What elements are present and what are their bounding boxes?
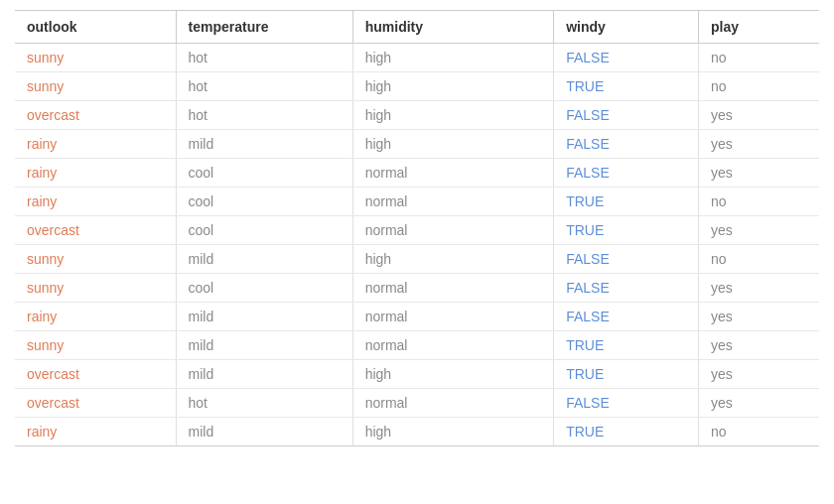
- table-row: sunnymildnormalTRUEyes: [15, 331, 819, 360]
- cell-temperature: mild: [176, 418, 352, 446]
- cell-windy: TRUE: [554, 188, 699, 216]
- cell-play: no: [698, 245, 819, 274]
- cell-humidity: normal: [352, 389, 554, 418]
- cell-windy: TRUE: [554, 331, 699, 360]
- cell-play: no: [698, 418, 819, 446]
- cell-humidity: normal: [352, 188, 554, 216]
- cell-humidity: normal: [352, 216, 554, 245]
- cell-outlook: sunny: [15, 331, 176, 360]
- cell-windy: FALSE: [554, 130, 699, 159]
- header-outlook: outlook: [15, 11, 176, 44]
- cell-windy: TRUE: [554, 216, 699, 245]
- cell-temperature: mild: [176, 331, 352, 360]
- cell-humidity: high: [352, 72, 554, 101]
- cell-windy: TRUE: [554, 360, 699, 389]
- table-row: rainymildhighTRUEno: [15, 418, 819, 446]
- table-row: sunnymildhighFALSEno: [15, 245, 819, 274]
- cell-windy: FALSE: [554, 44, 699, 72]
- cell-play: no: [698, 72, 819, 101]
- cell-temperature: mild: [176, 360, 352, 389]
- cell-outlook: overcast: [15, 389, 176, 418]
- cell-windy: FALSE: [554, 245, 699, 274]
- cell-windy: TRUE: [554, 418, 699, 446]
- cell-humidity: normal: [352, 331, 554, 360]
- cell-temperature: mild: [176, 303, 352, 331]
- cell-humidity: normal: [352, 274, 554, 303]
- cell-humidity: high: [352, 130, 554, 159]
- cell-temperature: hot: [176, 44, 352, 72]
- cell-temperature: cool: [176, 274, 352, 303]
- cell-play: yes: [698, 159, 819, 188]
- table-row: overcasthothighFALSEyes: [15, 101, 819, 130]
- cell-humidity: normal: [352, 303, 554, 331]
- cell-humidity: normal: [352, 159, 554, 188]
- table-row: rainycoolnormalFALSEyes: [15, 159, 819, 188]
- table-row: sunnyhothighFALSEno: [15, 44, 819, 72]
- table-header-row: outlook temperature humidity windy play: [15, 11, 819, 44]
- cell-play: yes: [698, 101, 819, 130]
- cell-windy: FALSE: [554, 101, 699, 130]
- cell-outlook: sunny: [15, 245, 176, 274]
- cell-outlook: sunny: [15, 44, 176, 72]
- cell-play: no: [698, 44, 819, 72]
- cell-windy: FALSE: [554, 274, 699, 303]
- cell-play: yes: [698, 216, 819, 245]
- table-row: rainymildnormalFALSEyes: [15, 303, 819, 331]
- cell-temperature: hot: [176, 72, 352, 101]
- cell-outlook: sunny: [15, 274, 176, 303]
- cell-outlook: overcast: [15, 101, 176, 130]
- table-row: sunnyhothighTRUEno: [15, 72, 819, 101]
- table-row: overcastmildhighTRUEyes: [15, 360, 819, 389]
- cell-temperature: hot: [176, 389, 352, 418]
- cell-outlook: rainy: [15, 303, 176, 331]
- table-row: overcasthotnormalFALSEyes: [15, 389, 819, 418]
- cell-play: yes: [698, 389, 819, 418]
- cell-temperature: hot: [176, 101, 352, 130]
- cell-play: yes: [698, 303, 819, 331]
- cell-humidity: high: [352, 44, 554, 72]
- table-row: sunnycoolnormalFALSEyes: [15, 274, 819, 303]
- cell-windy: FALSE: [554, 389, 699, 418]
- cell-windy: TRUE: [554, 72, 699, 101]
- cell-outlook: rainy: [15, 418, 176, 446]
- header-play: play: [698, 11, 819, 44]
- cell-temperature: mild: [176, 130, 352, 159]
- cell-play: yes: [698, 130, 819, 159]
- cell-outlook: rainy: [15, 159, 176, 188]
- cell-windy: FALSE: [554, 303, 699, 331]
- cell-outlook: overcast: [15, 216, 176, 245]
- table-row: rainycoolnormalTRUEno: [15, 188, 819, 216]
- cell-outlook: rainy: [15, 130, 176, 159]
- cell-temperature: cool: [176, 216, 352, 245]
- cell-temperature: cool: [176, 188, 352, 216]
- table-row: rainymildhighFALSEyes: [15, 130, 819, 159]
- cell-outlook: rainy: [15, 188, 176, 216]
- header-humidity: humidity: [352, 11, 554, 44]
- table-container: outlook temperature humidity windy play …: [0, 0, 834, 504]
- header-temperature: temperature: [176, 11, 352, 44]
- cell-windy: FALSE: [554, 159, 699, 188]
- cell-humidity: high: [352, 245, 554, 274]
- cell-humidity: high: [352, 418, 554, 446]
- header-windy: windy: [554, 11, 699, 44]
- cell-outlook: sunny: [15, 72, 176, 101]
- cell-temperature: mild: [176, 245, 352, 274]
- table-row: overcastcoolnormalTRUEyes: [15, 216, 819, 245]
- cell-play: no: [698, 188, 819, 216]
- cell-play: yes: [698, 360, 819, 389]
- cell-play: yes: [698, 331, 819, 360]
- cell-humidity: high: [352, 101, 554, 130]
- cell-temperature: cool: [176, 159, 352, 188]
- cell-outlook: overcast: [15, 360, 176, 389]
- cell-play: yes: [698, 274, 819, 303]
- data-table: outlook temperature humidity windy play …: [15, 10, 819, 446]
- cell-humidity: high: [352, 360, 554, 389]
